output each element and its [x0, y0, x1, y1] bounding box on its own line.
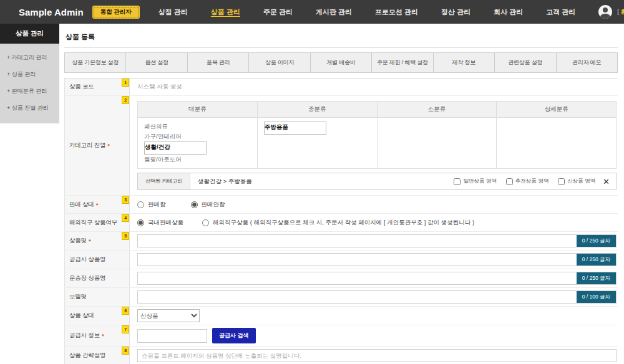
tab-item[interactable]: 품목 관리 [187, 52, 249, 73]
checkbox-general-area[interactable]: 일반상품 영역 [454, 178, 496, 185]
nav-item-settlement[interactable]: 정산 관리 [441, 7, 470, 17]
sidebar-title: 상품 관리 [0, 24, 59, 44]
on-sale-radio[interactable] [137, 201, 144, 208]
radio-on-sale[interactable]: 판매함 [137, 201, 166, 209]
field-label: 2 카테고리 진열* [64, 96, 130, 195]
field-label: 5 상품명* [64, 232, 130, 250]
top-bar: Sample Admin 통합 관리자 상점 관리 상품 관리 주문 관리 게시… [0, 0, 624, 24]
field-value: 0 / 250 글자 [130, 251, 618, 269]
category-option-selected[interactable]: 주방용품 [264, 122, 326, 135]
tab-basic-info[interactable]: 상품 기본정보 설정 [64, 52, 126, 73]
general-area-checkbox[interactable] [454, 178, 461, 185]
supplier-search-button[interactable]: 공급사 검색 [212, 328, 256, 343]
role-badge[interactable]: 통합 관리자 [92, 6, 140, 19]
row-sale-status: 3 판매 상태* 판매함 판매안함 [64, 196, 618, 214]
new-area-checkbox[interactable] [558, 178, 565, 185]
user-greeting: [ 홍길동 ] 관리자님 안녕하세요! [617, 8, 624, 16]
radio-overseas[interactable]: 해외직구상품 ( 해외직구상품으로 체크 시, 주문서 작성 페이지에 [ 개인… [202, 219, 474, 227]
required-mark: * [89, 237, 91, 244]
tab-order-limit[interactable]: 주문 제한 / 혜택 설정 [371, 52, 433, 73]
row-short-desc: 8 상품 간략설명 [64, 347, 618, 364]
tab-admin-memo[interactable]: 관리자 메모 [556, 52, 618, 73]
sidebar-item-display[interactable]: + 상품 진열 관리 [0, 100, 59, 117]
row-supplier-product-name: 공급사 상품명 0 / 250 글자 [64, 251, 618, 269]
category-middle-cell: 주방용품 [257, 118, 377, 169]
product-condition-select[interactable]: 신상품 [137, 309, 200, 322]
selected-category-bar: 선택된 카테고리 생활건강 > 주방용품 일반상품 영역 추천상품 영역 [137, 173, 617, 190]
tab-bar: 상품 기본정보 설정 옵션 설정 품목 관리 상품 이미지 개별 배송비 주문 … [64, 52, 618, 73]
category-col-middle: 중분류 [257, 102, 377, 118]
tab-option[interactable]: 옵션 설정 [125, 52, 187, 73]
product-name-input[interactable] [137, 234, 617, 247]
display-area-checkboxes: 일반상품 영역 추천상품 영역 신상품 영역 [454, 178, 595, 185]
category-option[interactable]: 패션의류 [144, 122, 251, 132]
sidebar-item-sales-class[interactable]: + 판매분류 관리 [0, 83, 59, 100]
sidebar-item-category[interactable]: + 카테고리 관리 [0, 49, 59, 66]
checkbox-new-area[interactable]: 신상품 영역 [558, 178, 595, 185]
category-option-selected[interactable]: 생활/건강 [144, 141, 207, 155]
required-mark: * [96, 201, 99, 208]
nav-item-store[interactable]: 상점 관리 [158, 7, 188, 17]
nav-item-customer[interactable]: 고객 관리 [546, 7, 575, 17]
field-label: 운송장 상품명 [64, 269, 130, 287]
tab-shipping[interactable]: 개별 배송비 [310, 52, 372, 73]
user-name: 홍길동 [621, 8, 624, 15]
brand-logo: Sample Admin [19, 7, 84, 17]
row-product-condition: 6 상품 상태 신상품 [64, 307, 618, 325]
category-col-major: 대분류 [138, 102, 258, 118]
supplier-info-input[interactable] [137, 329, 207, 343]
recommend-area-checkbox[interactable] [506, 178, 513, 185]
supplier-product-name-input[interactable] [137, 253, 617, 266]
row-waybill-product-name: 운송장 상품명 0 / 250 글자 [64, 269, 618, 288]
not-on-sale-radio[interactable] [191, 201, 198, 208]
avatar-head [603, 7, 608, 12]
nav-item-product[interactable]: 상품 관리 [211, 7, 240, 17]
field-value: 0 / 100 글자 [130, 288, 618, 306]
field-number-badge: 6 [122, 307, 129, 315]
input-wrap [137, 349, 617, 362]
category-major-cell: 패션의류 가구/인테리어 생활/건강 캠핑/아웃도어 [138, 118, 258, 169]
field-label: 공급사 상품명 [64, 251, 130, 269]
tab-image[interactable]: 상품 이미지 [248, 52, 310, 73]
selected-category-label: 선택된 카테고리 [138, 173, 190, 189]
nav-item-company[interactable]: 회사 관리 [494, 7, 523, 17]
char-counter-badge: 0 / 250 글자 [577, 254, 616, 266]
nav-item-promotion[interactable]: 프로모션 관리 [375, 7, 418, 17]
category-option[interactable]: 캠핑/아웃도어 [144, 155, 251, 165]
overseas-radio[interactable] [202, 219, 209, 226]
category-detail-cell [497, 118, 617, 169]
category-option[interactable]: 가구/인테리어 [144, 132, 251, 141]
row-product-name: 5 상품명* 0 / 250 글자 [64, 232, 618, 251]
radio-domestic[interactable]: 국내판매상품 [137, 219, 183, 227]
domestic-radio[interactable] [137, 219, 144, 226]
radio-not-on-sale[interactable]: 판매안함 [191, 201, 225, 209]
short-desc-input[interactable] [137, 349, 617, 362]
field-value: 0 / 250 글자 [130, 269, 618, 287]
field-value: 신상품 [130, 307, 618, 325]
tab-production[interactable]: 제작 정보 [433, 52, 495, 73]
field-number-badge: 7 [122, 325, 129, 333]
category-minor-cell [377, 118, 497, 169]
row-overseas: 4 해외직구 상품여부 국내판매상품 해외직구상품 ( 해외직구상품으로 체크 … [64, 214, 618, 232]
field-number-badge: 5 [122, 232, 129, 240]
remove-category-icon[interactable]: ✕ [603, 178, 610, 186]
nav-item-order[interactable]: 주문 관리 [263, 7, 293, 17]
sidebar-item-product[interactable]: + 상품 관리 [0, 66, 59, 83]
waybill-product-name-input[interactable] [137, 272, 617, 285]
row-model-name: 모델명 0 / 100 글자 [64, 288, 618, 307]
sidebar-menu: + 카테고리 관리 + 상품 관리 + 판매분류 관리 + 상품 진열 관리 [0, 44, 59, 123]
category-table: 대분류 중분류 소분류 상세분류 패션의류 가구/인테리어 [137, 101, 617, 169]
field-label: 6 상품 상태 [64, 307, 130, 325]
required-mark: * [107, 142, 110, 149]
field-number-badge: 4 [122, 214, 129, 222]
model-name-input[interactable] [137, 290, 617, 304]
field-number-badge: 2 [122, 96, 129, 104]
checkbox-recommend-area[interactable]: 추천상품 영역 [506, 178, 548, 185]
category-col-detail: 상세분류 [497, 102, 617, 118]
nav-item-board[interactable]: 게시판 관리 [316, 7, 352, 17]
field-value: 시스템 자동 생성 [130, 79, 618, 95]
tab-related[interactable]: 관련상품 설정 [494, 52, 556, 73]
content-shell: 상품 관리 + 카테고리 관리 + 상품 관리 + 판매분류 관리 + 상품 진… [0, 24, 624, 364]
main-panel: 상품 등록 상품 기본정보 설정 옵션 설정 품목 관리 상품 이미지 개별 배… [59, 24, 624, 364]
user-avatar-icon[interactable] [598, 5, 612, 19]
